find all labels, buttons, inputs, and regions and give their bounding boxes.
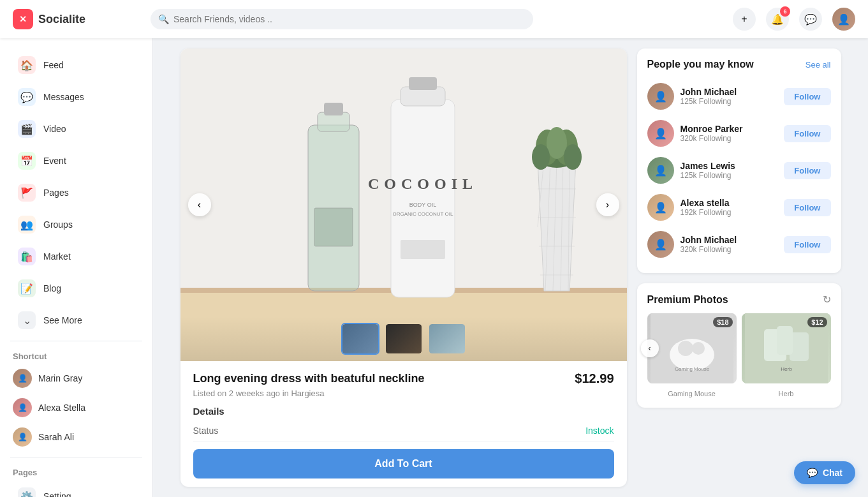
follow-button-5[interactable]: Follow bbox=[784, 236, 830, 253]
thumbnail-3[interactable] bbox=[428, 323, 466, 355]
refresh-icon[interactable]: ↻ bbox=[823, 293, 831, 306]
photo-item-1[interactable]: Gaming Mouse $18 bbox=[647, 313, 737, 383]
person-following-1: 125k Following bbox=[680, 97, 778, 106]
person-info-3: James Lewis 125k Following bbox=[680, 161, 778, 180]
person-name-5: John Michael bbox=[680, 235, 778, 245]
market-icon: 🛍️ bbox=[18, 248, 36, 265]
premium-photos-title: Premium Photos bbox=[647, 294, 728, 306]
groups-icon: 👥 bbox=[18, 216, 36, 234]
shortcut-sarah-ali[interactable]: 👤 Sarah Ali bbox=[0, 422, 152, 452]
svg-text:BODY OIL: BODY OIL bbox=[409, 202, 436, 208]
person-name-3: James Lewis bbox=[680, 161, 778, 171]
sidebar-item-blog[interactable]: 📝 Blog bbox=[5, 273, 147, 304]
shortcut-name-2: Alexa Stella bbox=[38, 403, 85, 413]
person-following-2: 320k Following bbox=[680, 134, 778, 143]
sidebar-divider-1 bbox=[10, 341, 142, 341]
shortcut-marin-gray[interactable]: 👤 Marin Gray bbox=[0, 364, 152, 393]
carousel-thumbnails bbox=[180, 316, 627, 361]
add-to-cart-button[interactable]: Add To Cart bbox=[193, 449, 614, 478]
sidebar-item-event[interactable]: 📅 Event bbox=[5, 145, 147, 176]
follow-button-1[interactable]: Follow bbox=[784, 88, 830, 105]
setting-icon: ⚙️ bbox=[18, 487, 36, 497]
people-widget-header: People you may know See all bbox=[647, 59, 831, 70]
video-icon: 🎬 bbox=[18, 120, 36, 138]
person-info-4: Alexa stella 192k Following bbox=[680, 198, 778, 217]
sidebar-label-pages: Pages bbox=[43, 188, 69, 198]
svg-rect-5 bbox=[324, 103, 343, 115]
messages-icon: 💬 bbox=[18, 88, 36, 106]
person-item-1: 👤 John Michael 125k Following Follow bbox=[647, 78, 831, 115]
product-card: COCOOIL BODY OIL ORGANIC COCONUT OIL bbox=[180, 48, 627, 487]
nav-list: 🏠 Feed 💬 Messages 🎬 Video 📅 Event 🚩 Page… bbox=[0, 50, 152, 336]
app-logo: ✕ Socialite bbox=[13, 9, 140, 29]
svg-rect-9 bbox=[409, 77, 437, 90]
status-label: Status bbox=[193, 426, 219, 436]
chat-label: Chat bbox=[823, 468, 842, 478]
svg-rect-13 bbox=[401, 240, 445, 259]
sidebar-label-feed: Feed bbox=[43, 60, 64, 70]
person-item-5: 👤 John Michael 320k Following Follow bbox=[647, 226, 831, 263]
svg-point-27 bbox=[547, 127, 567, 159]
sidebar-item-feed[interactable]: 🏠 Feed bbox=[5, 50, 147, 80]
pages-section-title: Pages bbox=[0, 463, 152, 480]
see-all-link[interactable]: See all bbox=[805, 60, 831, 70]
sidebar-item-setting[interactable]: ⚙️ Setting bbox=[5, 481, 147, 497]
notification-button[interactable]: 🔔 6 bbox=[766, 8, 789, 31]
svg-text:COCOOIL: COCOOIL bbox=[367, 175, 477, 192]
follow-button-4[interactable]: Follow bbox=[784, 199, 830, 216]
shortcut-alexa-stella[interactable]: 👤 Alexa Stella bbox=[0, 393, 152, 422]
svg-text:ORGANIC COCONUT OIL: ORGANIC COCONUT OIL bbox=[392, 211, 453, 217]
photos-grid: ‹ Gaming Mouse $18 bbox=[647, 313, 831, 383]
add-button[interactable]: + bbox=[733, 8, 756, 31]
sidebar-item-messages[interactable]: 💬 Messages bbox=[5, 82, 147, 112]
logo-icon: ✕ bbox=[13, 9, 33, 29]
person-following-5: 320k Following bbox=[680, 245, 778, 254]
sidebar-item-see-more[interactable]: ⌄ See More bbox=[5, 305, 147, 336]
person-info-1: John Michael 125k Following bbox=[680, 87, 778, 106]
status-value: Instock bbox=[585, 426, 614, 436]
shortcut-name-3: Sarah Ali bbox=[38, 432, 74, 442]
user-avatar-header[interactable]: 👤 bbox=[832, 8, 855, 31]
person-item-2: 👤 Monroe Parker 320k Following Follow bbox=[647, 115, 831, 152]
shortcut-avatar-2: 👤 bbox=[13, 398, 32, 417]
sidebar-label-groups: Groups bbox=[43, 219, 73, 230]
carousel-prev-button[interactable]: ‹ bbox=[188, 193, 211, 216]
photo-price-2: $12 bbox=[807, 317, 827, 327]
carousel-next-button[interactable]: › bbox=[596, 193, 619, 216]
chat-button[interactable]: 💬 Chat bbox=[794, 461, 855, 484]
sidebar-item-market[interactable]: 🛍️ Market bbox=[5, 241, 147, 272]
sidebar-item-video[interactable]: 🎬 Video bbox=[5, 114, 147, 144]
sidebar-label-see-more: See More bbox=[43, 315, 82, 325]
layout: 🏠 Feed 💬 Messages 🎬 Video 📅 Event 🚩 Page… bbox=[0, 38, 868, 497]
sidebar: 🏠 Feed 💬 Messages 🎬 Video 📅 Event 🚩 Page… bbox=[0, 38, 153, 497]
person-avatar-3: 👤 bbox=[647, 157, 674, 184]
sidebar-label-messages: Messages bbox=[43, 92, 84, 102]
photo-label-1: Gaming Mouse bbox=[647, 390, 737, 397]
photos-labels: Gaming Mouse Herb bbox=[647, 387, 831, 397]
people-widget: People you may know See all 👤 John Micha… bbox=[637, 48, 841, 273]
follow-button-3[interactable]: Follow bbox=[784, 162, 830, 179]
person-info-5: John Michael 320k Following bbox=[680, 235, 778, 254]
thumbnail-2[interactable] bbox=[385, 323, 423, 355]
photo-item-2[interactable]: Herb $12 bbox=[742, 313, 831, 383]
person-avatar-2: 👤 bbox=[647, 120, 674, 147]
blog-icon: 📝 bbox=[18, 279, 36, 297]
svg-point-32 bbox=[678, 341, 693, 356]
chat-header-button[interactable]: 💬 bbox=[799, 8, 822, 31]
search-input[interactable] bbox=[151, 9, 533, 29]
sidebar-item-groups[interactable]: 👥 Groups bbox=[5, 209, 147, 240]
people-section-title: People you may know bbox=[647, 59, 754, 70]
main-content: COCOOIL BODY OIL ORGANIC COCONUT OIL bbox=[153, 38, 868, 497]
sidebar-label-blog: Blog bbox=[43, 283, 61, 293]
thumbnail-1[interactable] bbox=[341, 323, 379, 355]
person-avatar-4: 👤 bbox=[647, 194, 674, 221]
person-following-4: 192k Following bbox=[680, 208, 778, 217]
chat-icon: 💬 bbox=[807, 468, 818, 478]
header-actions: + 🔔 6 💬 👤 bbox=[733, 8, 855, 31]
sidebar-item-pages[interactable]: 🚩 Pages bbox=[5, 177, 147, 208]
photo-price-1: $18 bbox=[713, 317, 732, 327]
photos-prev-button[interactable]: ‹ bbox=[641, 339, 659, 357]
person-following-3: 125k Following bbox=[680, 171, 778, 180]
follow-button-2[interactable]: Follow bbox=[784, 125, 830, 142]
svg-marker-14 bbox=[538, 160, 576, 291]
